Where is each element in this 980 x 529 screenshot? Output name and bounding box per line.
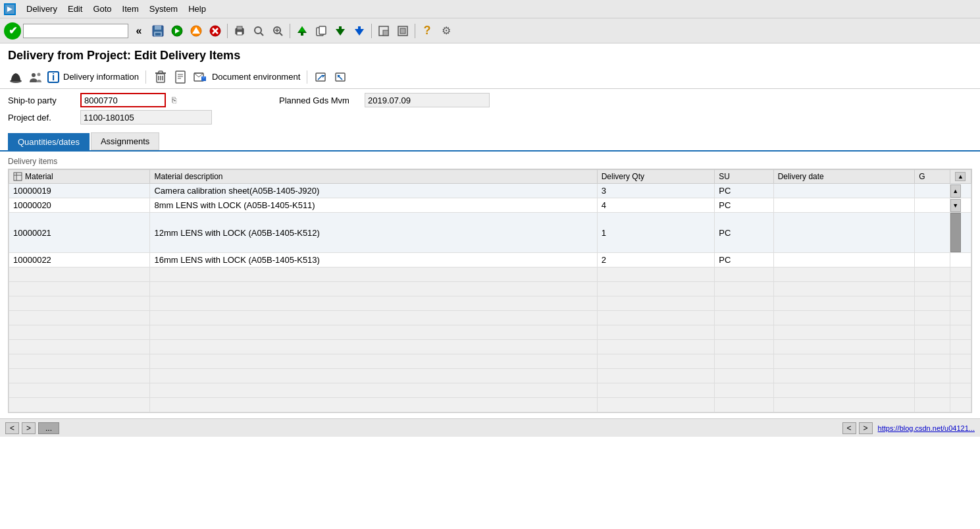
settings-btn[interactable]: ⚙ bbox=[438, 22, 455, 40]
table-row[interactable]: 100000208mm LENS with LOCK (A05B-1405-K5… bbox=[9, 198, 971, 213]
svg-rect-55 bbox=[14, 173, 22, 181]
menu-edit[interactable]: Edit bbox=[68, 4, 82, 14]
frame2-btn[interactable] bbox=[394, 22, 411, 40]
svg-rect-5 bbox=[155, 33, 161, 36]
ship-to-party-label: Ship-to party bbox=[8, 96, 80, 105]
tab-assignments[interactable]: Assignments bbox=[91, 132, 159, 150]
bottom-nav: < > ... bbox=[5, 422, 59, 434]
stop-btn[interactable] bbox=[207, 22, 224, 40]
nav-prev-btn[interactable]: < bbox=[5, 422, 19, 434]
nav-next-right-btn[interactable]: > bbox=[859, 422, 873, 434]
back-double-btn[interactable]: « bbox=[130, 22, 147, 40]
scroll-down-up-btn[interactable]: ▲ bbox=[950, 184, 961, 198]
doc-env-label[interactable]: Document environment bbox=[212, 72, 300, 82]
hat-btn[interactable] bbox=[8, 69, 24, 85]
col-header-scroll: ▲ bbox=[950, 170, 971, 184]
info-icon[interactable]: i bbox=[47, 71, 59, 83]
cell-description: 8mm LENS with LOCK (A05B-1405-K511) bbox=[150, 198, 597, 213]
app-logo[interactable] bbox=[4, 3, 16, 15]
menu-item[interactable]: Item bbox=[122, 4, 139, 14]
menu-goto[interactable]: Goto bbox=[93, 4, 111, 14]
empty-row bbox=[9, 340, 971, 354]
cell-scroll bbox=[950, 213, 971, 253]
command-input[interactable] bbox=[23, 24, 128, 38]
frame1-btn[interactable] bbox=[375, 22, 392, 40]
ship-to-party-input[interactable] bbox=[80, 93, 166, 107]
form-row2: Project def. bbox=[0, 109, 980, 128]
svg-line-19 bbox=[280, 33, 282, 36]
docs-btn[interactable] bbox=[172, 69, 188, 85]
svg-marker-23 bbox=[299, 26, 305, 32]
svg-line-17 bbox=[261, 33, 263, 36]
menu-help[interactable]: Help bbox=[188, 4, 206, 14]
bottom-bar: < > ... < > https://blog.csdn.net/u04121… bbox=[0, 418, 980, 437]
form-row1: Ship-to party ⎘ Planned Gds Mvm bbox=[0, 89, 980, 109]
doc-env-icon[interactable] bbox=[192, 69, 208, 85]
export1-btn[interactable] bbox=[314, 69, 330, 85]
col-header-icon: Material bbox=[9, 170, 150, 184]
cell-material[interactable]: 10000019 bbox=[9, 184, 150, 198]
cell-qty: 4 bbox=[597, 198, 715, 213]
up-orange-btn[interactable] bbox=[188, 22, 205, 40]
nav-mid-btn[interactable]: ... bbox=[38, 422, 59, 434]
arrow-up-btn[interactable] bbox=[294, 22, 311, 40]
nav-prev-right-btn[interactable]: < bbox=[842, 422, 856, 434]
delete-btn[interactable] bbox=[153, 69, 168, 85]
cell-material[interactable]: 10000021 bbox=[9, 213, 150, 253]
cell-qty: 2 bbox=[597, 253, 715, 267]
menu-delivery[interactable]: Delivery bbox=[26, 4, 57, 14]
export2-btn[interactable] bbox=[334, 69, 349, 85]
action-toolbar: i Delivery information Document environm… bbox=[0, 65, 980, 89]
empty-row bbox=[9, 311, 971, 325]
find-btn[interactable] bbox=[250, 22, 267, 40]
tab-quantities[interactable]: Quantities/dates bbox=[8, 133, 90, 150]
empty-row bbox=[9, 369, 971, 383]
help-btn[interactable]: ? bbox=[419, 22, 436, 40]
print-btn[interactable] bbox=[231, 22, 248, 40]
empty-row bbox=[9, 267, 971, 282]
people-btn[interactable] bbox=[28, 69, 43, 85]
check-button[interactable]: ✔ bbox=[4, 22, 21, 40]
bottom-nav-right: < > bbox=[842, 422, 873, 434]
project-def-input[interactable] bbox=[80, 110, 212, 125]
copy-btn[interactable] bbox=[313, 22, 330, 40]
table-row[interactable]: 10000019Camera calibration sheet(A05B-14… bbox=[9, 184, 971, 198]
delivery-info-label[interactable]: Delivery information bbox=[63, 72, 139, 82]
find2-btn[interactable] bbox=[269, 22, 286, 40]
col-header-g: G bbox=[915, 170, 950, 184]
cell-material[interactable]: 10000022 bbox=[9, 253, 150, 267]
scroll-up-btn[interactable]: ▲ bbox=[955, 172, 966, 181]
cell-material[interactable]: 10000020 bbox=[9, 198, 150, 213]
nav-next-btn[interactable]: > bbox=[22, 422, 36, 434]
cell-su: PC bbox=[715, 253, 773, 267]
svg-rect-37 bbox=[159, 71, 163, 73]
svg-rect-31 bbox=[400, 28, 405, 34]
empty-row bbox=[9, 354, 971, 369]
planned-gds-label: Planned Gds Mvm bbox=[279, 96, 365, 105]
cell-scroll bbox=[950, 253, 971, 267]
col-header-qty: Delivery Qty bbox=[597, 170, 715, 184]
cell-su: PC bbox=[715, 184, 773, 198]
table-row[interactable]: 1000002112mm LENS with LOCK (A05B-1405-K… bbox=[9, 213, 971, 253]
col-header-desc: Material description bbox=[150, 170, 597, 184]
delivery-table: Material Material description Delivery Q… bbox=[9, 169, 971, 412]
col-header-date: Delivery date bbox=[773, 170, 914, 184]
down-btn[interactable] bbox=[332, 22, 349, 40]
planned-gds-input[interactable] bbox=[365, 93, 490, 107]
down2-btn[interactable] bbox=[351, 22, 368, 40]
scroll-down-btn[interactable]: ▼ bbox=[950, 199, 961, 212]
table-row[interactable]: 1000002216mm LENS with LOCK (A05B-1405-K… bbox=[9, 253, 971, 267]
main-toolbar: ✔ « bbox=[0, 18, 980, 43]
save-btn[interactable] bbox=[149, 22, 167, 40]
cell-date bbox=[773, 184, 914, 198]
cell-date bbox=[773, 213, 914, 253]
menu-system[interactable]: System bbox=[149, 4, 178, 14]
cell-date bbox=[773, 253, 914, 267]
copy-field-btn[interactable]: ⎘ bbox=[167, 94, 180, 107]
cell-description: 12mm LENS with LOCK (A05B-1405-K512) bbox=[150, 213, 597, 253]
svg-rect-29 bbox=[383, 30, 388, 36]
cell-su: PC bbox=[715, 198, 773, 213]
back-green-btn[interactable] bbox=[168, 22, 186, 40]
cell-g bbox=[915, 184, 950, 198]
svg-rect-14 bbox=[237, 26, 242, 30]
